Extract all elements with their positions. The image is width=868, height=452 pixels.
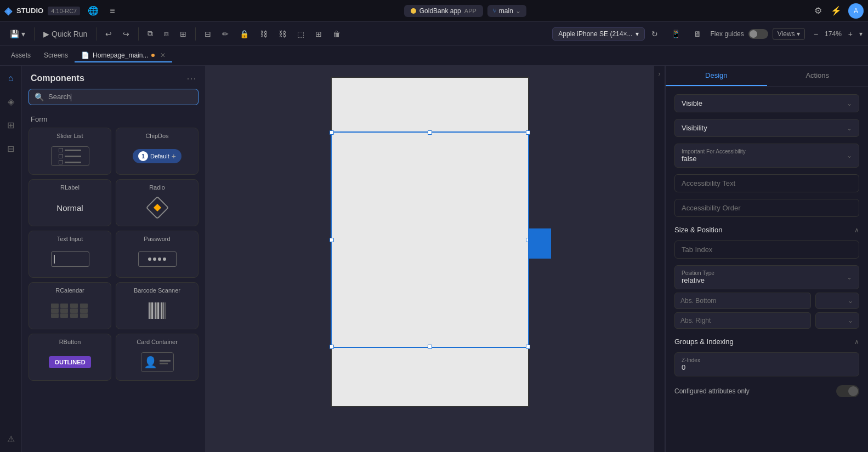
zoom-dropdown-arrow[interactable]: ▾	[859, 30, 863, 38]
sep1	[34, 27, 35, 41]
menu-icon[interactable]: ≡	[106, 4, 118, 18]
sidebar-grid-icon[interactable]: ⊞	[4, 117, 18, 134]
link2-button[interactable]: ⛓	[274, 27, 291, 41]
handle-bottom-left[interactable]	[330, 345, 334, 349]
component-textinput[interactable]: Text Input	[29, 231, 111, 278]
handle-top-center[interactable]	[428, 130, 432, 135]
zoom-minus-button[interactable]: −	[809, 27, 822, 41]
rbutton-preview: OUTLINED	[33, 348, 106, 376]
flex-guides-toggle[interactable]	[748, 29, 768, 39]
pen-button[interactable]: ✏	[218, 27, 233, 41]
tab-file[interactable]: 📄 Homepage_main... ✕	[75, 49, 172, 62]
design-actions-tabs: Design Actions	[666, 66, 868, 87]
phone-section-mid[interactable]	[331, 131, 529, 348]
redo-button[interactable]: ↪	[118, 27, 134, 41]
paste-button[interactable]: ⧈	[160, 27, 173, 41]
visible-dropdown-arrow: ⌄	[847, 100, 852, 107]
search-input[interactable]: Search	[48, 93, 192, 101]
configured-attrs-toggle[interactable]	[836, 385, 859, 397]
abs-bottom-unit-dropdown[interactable]: ⌄	[815, 293, 859, 309]
visibility-label: Visibility	[682, 124, 707, 132]
tab-assets[interactable]: Assets	[4, 49, 37, 62]
component-password[interactable]: Password	[116, 231, 198, 278]
rcalendar-icon	[51, 304, 89, 318]
handle-bottom-right[interactable]	[526, 345, 530, 349]
tab-index-input[interactable]	[674, 241, 859, 259]
position-type-dropdown[interactable]: Position Type relative ⌄	[674, 265, 859, 289]
handle-mid-left[interactable]	[330, 238, 334, 242]
save-button[interactable]: 💾 ▾	[5, 27, 30, 41]
component-radio[interactable]: Radio	[116, 179, 198, 226]
views-button[interactable]: Views ▾	[773, 28, 805, 40]
lock-button[interactable]: 🔒	[235, 27, 253, 41]
refresh-button[interactable]: ↻	[647, 27, 662, 41]
frame-button[interactable]: ⬚	[293, 27, 309, 41]
plugins-icon[interactable]: ⚙	[812, 3, 824, 18]
component-rlabel[interactable]: RLabel Normal	[29, 179, 111, 226]
groups-indexing-title: Groups & Indexing	[674, 337, 734, 346]
component-rbutton[interactable]: RButton OUTLINED	[29, 334, 111, 381]
sep2	[96, 27, 97, 41]
link-icon: ⛓	[260, 30, 268, 38]
quick-run-button[interactable]: ▶ Quick Run	[39, 27, 92, 41]
abs-bottom-input[interactable]	[674, 293, 811, 309]
search-box[interactable]: 🔍 Search	[29, 89, 198, 105]
pen-icon: ✏	[222, 30, 229, 38]
important-accessibility-dropdown[interactable]: Important For Accessibility false ⌄	[674, 144, 859, 168]
multi-button[interactable]: ⊞	[175, 27, 191, 41]
user-avatar[interactable]: A	[848, 3, 864, 19]
component-barcode[interactable]: Barcode Scanner	[116, 282, 198, 329]
sidebar-home-icon[interactable]: ⌂	[5, 70, 17, 87]
abs-right-input[interactable]	[674, 312, 811, 329]
sidebar-components-icon[interactable]: ◈	[4, 93, 18, 110]
refresh-icon: ↻	[651, 30, 658, 38]
zoom-plus-button[interactable]: +	[844, 27, 857, 41]
lightning-icon[interactable]: ⚡	[829, 3, 844, 18]
trash-button[interactable]: 🗑	[328, 27, 345, 41]
handle-top-right[interactable]	[526, 130, 530, 135]
sidebar-warning-icon[interactable]: ⚠	[4, 431, 18, 448]
handle-top-left[interactable]	[330, 130, 334, 135]
arrange-button[interactable]: ⊟	[200, 27, 215, 41]
accessibility-text-input[interactable]	[674, 174, 859, 192]
panel-more-button[interactable]: ⋯	[186, 72, 196, 84]
right-panel-collapse[interactable]: ›	[654, 66, 665, 452]
monitor-view-button[interactable]: 🖥	[689, 27, 706, 41]
canvas-area[interactable]	[206, 66, 654, 452]
chipdos-label: ChipDos	[145, 133, 168, 139]
copy-button[interactable]: ⧉	[143, 27, 157, 41]
handle-bottom-center[interactable]	[428, 345, 432, 349]
save-dropdown[interactable]: ▾	[21, 30, 25, 38]
phone-frame	[331, 77, 529, 407]
project-selector[interactable]: GoldBank app APP	[404, 5, 483, 17]
grid-button[interactable]: ⊞	[311, 27, 326, 41]
toggle-sm-knob	[848, 386, 858, 396]
accessibility-order-input[interactable]	[674, 199, 859, 217]
z-index-input-container[interactable]: Z-Index 0	[674, 352, 859, 376]
globe-icon[interactable]: 🌐	[84, 3, 102, 18]
abs-right-unit-dropdown[interactable]: ⌄	[815, 312, 859, 329]
component-slider-list[interactable]: Slider List	[29, 128, 111, 175]
undo-button[interactable]: ↩	[101, 27, 116, 41]
right-panel-scroll[interactable]: Visible ⌄ Visibility ⌄ Important For	[666, 87, 868, 452]
size-position-collapse[interactable]: ∧	[854, 226, 859, 234]
important-accessibility-sublabel: Important For Accessibility	[682, 148, 746, 155]
device-selector[interactable]: Apple iPhone SE (214×... ▾	[552, 27, 645, 41]
components-scroll[interactable]: Form Slider List	[22, 111, 205, 452]
visible-dropdown[interactable]: Visible ⌄	[674, 94, 859, 112]
rbutton-label: RButton	[59, 339, 81, 345]
phone-view-button[interactable]: 📱	[667, 27, 685, 41]
component-chipdos[interactable]: ChipDos 1 Default +	[116, 128, 198, 175]
tab-close-icon[interactable]: ✕	[160, 52, 166, 59]
visibility-dropdown[interactable]: Visibility ⌄	[674, 119, 859, 137]
groups-indexing-collapse[interactable]: ∧	[854, 338, 859, 346]
link-button[interactable]: ⛓	[256, 27, 272, 41]
tab-actions[interactable]: Actions	[767, 66, 869, 86]
branch-selector[interactable]: ⑂ main ⌄	[487, 5, 526, 17]
component-rcalendar[interactable]: RCalendar	[29, 282, 111, 329]
component-card-container[interactable]: Card Container 👤	[116, 334, 198, 381]
sidebar-layers-icon[interactable]: ⊟	[4, 140, 18, 157]
blue-overlay-element[interactable]	[528, 228, 551, 259]
tab-screens[interactable]: Screens	[37, 49, 75, 62]
tab-design[interactable]: Design	[666, 66, 767, 86]
